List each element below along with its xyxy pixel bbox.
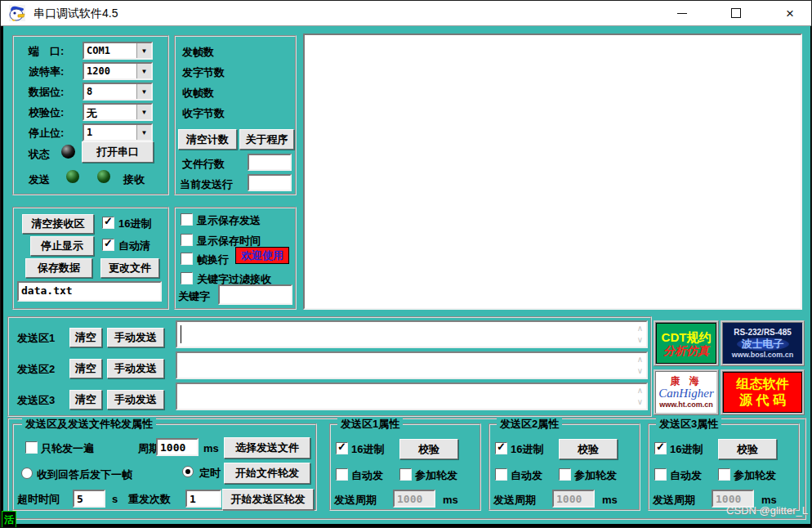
clear-receive-button[interactable]: 清空接收区 — [22, 214, 94, 234]
save-data-button[interactable]: 保存数据 — [25, 258, 92, 278]
send1-input[interactable]: ∧ ∨ — [176, 320, 648, 348]
send3-hex-checkbox[interactable] — [654, 442, 667, 454]
stop-display-button[interactable]: 停止显示 — [30, 236, 94, 256]
baud-select[interactable]: 1200 ▼ — [83, 62, 153, 80]
send2-hex-checkbox[interactable] — [495, 442, 507, 454]
baud-select-value: 1200 — [84, 64, 136, 78]
welcome-banner: 欢迎使用 — [235, 247, 289, 264]
send2-join-checkbox[interactable] — [559, 468, 571, 481]
send1-hex-label: 16进制 — [351, 443, 384, 455]
answer-mode-radio[interactable] — [21, 468, 33, 479]
maximize-button[interactable] — [713, 1, 759, 25]
csdn-watermark: CSDN @glitter_L — [694, 504, 808, 517]
send2-period-input[interactable]: 1000 — [552, 490, 595, 508]
file-lines-value[interactable] — [248, 154, 292, 171]
send2-group-title: 发送区2属性 — [497, 418, 562, 430]
show-save-time-label: 显示保存时间 — [197, 235, 261, 247]
about-button[interactable]: 关于程序 — [239, 129, 294, 150]
sent-frames-label: 发帧数 — [182, 46, 214, 58]
status-led — [61, 145, 75, 159]
chevron-down-icon[interactable]: ▼ — [136, 84, 151, 99]
save-filename-input[interactable]: data.txt — [17, 281, 162, 302]
send2-manual-button[interactable]: 手动发送 — [107, 359, 164, 378]
send1-join-label: 参加轮发 — [415, 469, 457, 481]
zutai-logo-line2: 源 代 码 — [739, 392, 786, 409]
canhigher-logo-line3: www.ht.com.cn — [659, 400, 713, 409]
chevron-down-icon[interactable]: ▼ — [136, 125, 151, 140]
send1-manual-button[interactable]: 手动发送 — [107, 328, 164, 347]
send2-clear-button[interactable]: 清空 — [69, 359, 102, 378]
select-send-file-button[interactable]: 选择发送文件 — [224, 437, 310, 459]
send3-clear-button[interactable]: 清空 — [69, 390, 102, 409]
scroll-up-icon[interactable]: ∧ — [637, 324, 643, 333]
send3-join-checkbox[interactable] — [718, 468, 730, 481]
bosi-logo[interactable]: RS-232/RS-485 波士电子 www.bosl.com.cn — [721, 320, 805, 366]
chevron-down-icon[interactable]: ▼ — [136, 64, 151, 78]
frame-newline-checkbox[interactable] — [181, 253, 193, 265]
rx-led — [97, 170, 110, 183]
scroll-down-icon[interactable]: ∨ — [637, 398, 643, 406]
retry-input[interactable]: 1 — [185, 490, 221, 508]
keyword-input[interactable] — [218, 284, 292, 305]
show-save-send-checkbox[interactable] — [181, 213, 193, 226]
send2-auto-checkbox[interactable] — [495, 468, 507, 481]
show-save-time-checkbox[interactable] — [181, 234, 193, 246]
stopbits-label: 停止位: — [29, 127, 64, 139]
sent-bytes-label: 发字节数 — [182, 66, 225, 78]
bosi-logo-line1: RS-232/RS-485 — [734, 328, 792, 338]
baud-label: 波特率: — [29, 65, 64, 78]
cdt-logo[interactable]: CDT规约 分析仿真 — [654, 320, 719, 366]
clear-counts-button[interactable]: 清空计数 — [178, 129, 237, 150]
send3-manual-button[interactable]: 手动发送 — [107, 390, 164, 409]
timer-mode-radio[interactable] — [182, 466, 194, 477]
stopbits-select[interactable]: 1 ▼ — [83, 123, 153, 141]
parity-select[interactable]: 无 ▼ — [83, 103, 153, 121]
send1-join-checkbox[interactable] — [399, 468, 412, 481]
current-line-value[interactable] — [248, 174, 292, 191]
receive-text-area[interactable] — [303, 34, 802, 310]
send3-verify-button[interactable]: 校验 — [718, 439, 777, 459]
send1-hex-checkbox[interactable] — [336, 442, 348, 454]
timeout-input[interactable]: 5 — [73, 490, 105, 508]
send1-clear-button[interactable]: 清空 — [69, 328, 102, 347]
parity-label: 校验位: — [29, 106, 64, 119]
start-area-poll-button[interactable]: 开始发送区轮发 — [222, 489, 314, 510]
send2-verify-button[interactable]: 校验 — [559, 439, 618, 459]
keyword-filter-checkbox[interactable] — [181, 272, 193, 284]
databits-select[interactable]: 8 ▼ — [83, 83, 153, 101]
send2-period-label: 发送周期 — [493, 494, 536, 506]
tx-led — [66, 170, 79, 183]
send-row-label: 发送区3 — [17, 394, 55, 406]
open-port-button[interactable]: 打开串口 — [82, 141, 154, 163]
send2-input[interactable]: ∧ ∨ — [176, 351, 648, 379]
canhigher-logo[interactable]: 康 海 CanHigher www.ht.com.cn — [654, 369, 719, 415]
send3-hex-label: 16进制 — [670, 443, 703, 455]
send1-period-input[interactable]: 1000 — [393, 490, 435, 508]
port-select[interactable]: COM1 ▼ — [83, 42, 153, 60]
send3-auto-checkbox[interactable] — [654, 468, 667, 481]
chevron-down-icon[interactable]: ▼ — [136, 105, 151, 119]
scroll-down-icon[interactable]: ∨ — [637, 367, 643, 375]
hex-display-checkbox[interactable] — [102, 217, 114, 229]
auto-clear-checkbox[interactable] — [102, 239, 114, 251]
scroll-up-icon[interactable]: ∧ — [637, 356, 643, 364]
timeout-unit: s — [112, 493, 118, 505]
poll-period-input[interactable]: 1000 — [156, 438, 199, 456]
minimize-button[interactable] — [659, 1, 705, 25]
poll-group-title: 发送区及发送文件轮发属性 — [22, 418, 156, 430]
send1-verify-button[interactable]: 校验 — [399, 439, 458, 459]
send3-period-label: 发送周期 — [653, 494, 695, 506]
zutai-logo[interactable]: 组态软件 源 代 码 — [721, 369, 805, 415]
scroll-down-icon[interactable]: ∨ — [637, 336, 643, 344]
chevron-down-icon[interactable]: ▼ — [136, 43, 151, 58]
start-file-poll-button[interactable]: 开始文件轮发 — [224, 463, 310, 484]
send1-auto-label: 自动发 — [351, 469, 383, 481]
change-file-button[interactable]: 更改文件 — [100, 258, 159, 278]
send3-input[interactable]: ∧ ∨ — [176, 383, 648, 410]
send2-hex-label: 16进制 — [511, 443, 543, 455]
close-button[interactable]: × — [767, 1, 812, 25]
poll-once-checkbox[interactable] — [25, 441, 38, 454]
send2-auto-label: 自动发 — [511, 469, 542, 481]
send1-auto-checkbox[interactable] — [336, 468, 348, 481]
scroll-up-icon[interactable]: ∧ — [637, 387, 643, 395]
